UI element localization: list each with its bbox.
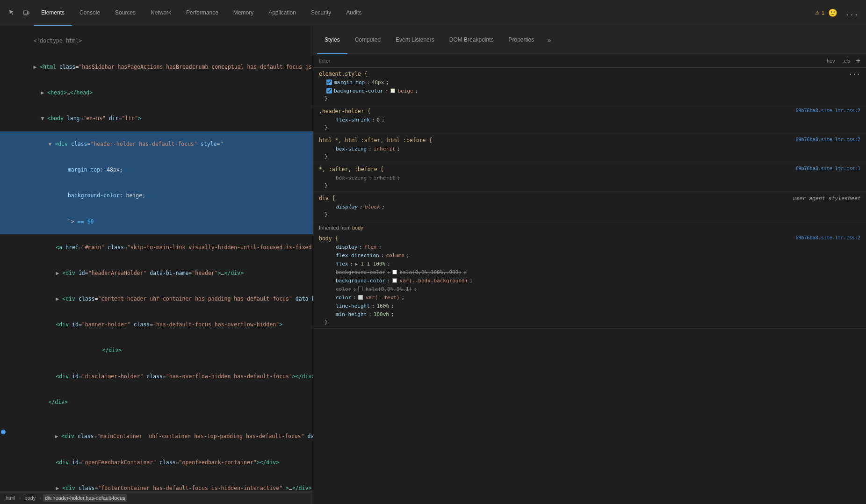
box-sizing-strike-value: inherit [374, 175, 395, 181]
warning-count: 1 [822, 10, 824, 16]
head-line[interactable]: ▶ <head>…</head> [0, 79, 313, 105]
text-swatch[interactable] [358, 295, 363, 300]
element-style-section: element.style { ··· margin-top : 48px ; … [313, 68, 866, 105]
content-header-line[interactable]: ▶ <div class="content-header uhf-contain… [0, 286, 313, 312]
tab-network[interactable]: Network [143, 0, 179, 26]
banner-holder-line[interactable]: <div id="banner-holder" class="has-defau… [0, 312, 313, 338]
feedback-icon[interactable]: 🙂 [828, 8, 837, 17]
tab-application[interactable]: Application [261, 0, 303, 26]
tab-properties[interactable]: Properties [501, 26, 541, 54]
html-universal-rule: html *, html :after, html :before { 69b7… [313, 134, 866, 163]
tab-performance[interactable]: Performance [179, 0, 226, 26]
color-var-value: var(--text) [366, 295, 400, 301]
bg-color-var-value: var(--body-background) [400, 278, 468, 284]
right-tab-more-icon[interactable]: » [543, 36, 555, 44]
breadcrumb-bar: html › body › div.header-holder.has-defa… [0, 491, 313, 504]
body-source-link[interactable]: 69b76ba8.site-ltr.css:2 [796, 235, 860, 240]
beige-swatch[interactable] [390, 88, 395, 93]
disclaimer-holder-line[interactable]: <div id="disclaimer-holder" class="has-o… [0, 363, 313, 389]
bg-color-strike-prop: background-color [336, 269, 385, 275]
margin-top-value: 48px [372, 79, 384, 86]
box-sizing-inherit-value: inherit [374, 146, 395, 152]
white-swatch-2[interactable] [392, 278, 397, 283]
line-height-prop: line-height [336, 303, 370, 309]
feedback-container-line[interactable]: <div id="openFeedbackContainer" class="o… [0, 449, 313, 475]
bg-color-strike-row: background-color : hsla(0,0%,100%,.999) … [319, 268, 860, 276]
box-sizing-strike-prop: box-sizing [336, 175, 367, 181]
add-style-rule-button[interactable]: + [856, 57, 860, 65]
tab-console[interactable]: Console [72, 0, 108, 26]
bg-color-var-prop: background-color [336, 278, 385, 284]
white-swatch-1[interactable] [392, 270, 397, 274]
universal-section: *, :after, :before { 69b76ba8.site-ltr.c… [313, 163, 866, 192]
breadcrumb-html[interactable]: html [4, 494, 17, 502]
dark-swatch[interactable] [358, 287, 363, 291]
header-holder-source-link[interactable]: 69b76ba8.site-ltr.css:2 [796, 108, 860, 113]
user-agent-label: user agent stylesheet [793, 195, 860, 202]
cls-button[interactable]: .cls [841, 57, 852, 65]
tab-styles[interactable]: Styles [317, 26, 347, 54]
flex-triangle[interactable]: ▶ [355, 261, 358, 266]
right-panel: Styles Computed Event Listeners DOM Brea… [313, 26, 866, 504]
breadcrumb-current[interactable]: div.header-holder.has-default-focus [43, 494, 127, 502]
cursor-icon[interactable] [4, 6, 19, 21]
tab-memory[interactable]: Memory [226, 0, 261, 26]
svg-rect-0 [23, 11, 28, 14]
styles-panel[interactable]: :hov .cls + element.style { ··· margin-t… [313, 54, 866, 504]
style-close-line: "> == $0 [0, 209, 313, 234]
display-block-value: block [364, 204, 380, 210]
filter-input[interactable] [319, 58, 820, 64]
skip-link-line[interactable]: <a href="#main" class="skip-to-main-link… [0, 234, 313, 260]
line-height-value: 160% [376, 303, 389, 309]
box-sizing-inherit-prop: box-sizing [336, 146, 367, 152]
color-var-prop: color [336, 295, 351, 301]
flex-shrink-value: 0 [376, 117, 380, 123]
tab-sources[interactable]: Sources [108, 0, 143, 26]
html-tree[interactable]: <!doctype html> ▶ <html class="hasSideba… [0, 26, 313, 491]
tab-audits[interactable]: Audits [339, 0, 369, 26]
top-tab-bar: Elements Console Sources Network Perform… [0, 0, 866, 26]
body-close: } [319, 318, 860, 325]
body-section: body { 69b76ba8.site-ltr.css:2 display :… [313, 232, 866, 329]
universal-close: } [319, 182, 860, 189]
html-universal-section: html *, html :after, html :before { 69b7… [313, 134, 866, 163]
header-holder-line[interactable]: ▼ <div class="header-holder has-default-… [0, 131, 313, 157]
display-block-row: display : block ; [319, 202, 860, 211]
tab-event-listeners[interactable]: Event Listeners [388, 26, 442, 54]
tab-elements[interactable]: Elements [34, 0, 72, 26]
flex-row: flex : ▶ 1 1 100% ; [319, 259, 860, 268]
main-container-line[interactable]: ▶ <div class="mainContainer uhf-containe… [0, 415, 313, 450]
background-color-row: background-color : beige ; [319, 86, 860, 95]
hov-button[interactable]: :hov [823, 57, 837, 65]
warning-icon: ⚠ [815, 10, 820, 16]
header-holder-selector: .header-holder { 69b76ba8.site-ltr.css:2 [319, 108, 860, 115]
rule-dots-icon[interactable]: ··· [849, 71, 860, 78]
html-universal-close: } [319, 153, 860, 160]
margin-top-checkbox[interactable] [326, 79, 332, 85]
tab-dom-breakpoints[interactable]: DOM Breakpoints [442, 26, 501, 54]
breadcrumb-body[interactable]: body [22, 494, 37, 502]
device-icon[interactable] [19, 6, 34, 21]
margin-top-prop: margin-top [334, 79, 365, 86]
more-options-icon[interactable]: ... [841, 7, 862, 19]
background-color-checkbox[interactable] [326, 88, 332, 94]
footer-container-line[interactable]: ▶ <div class="footerContainer has-defaul… [0, 475, 313, 491]
flex-direction-row: flex-direction : column ; [319, 251, 860, 259]
flex-direction-value: column [386, 252, 404, 259]
body-line[interactable]: ▼ <body lang="en-us" dir="ltr"> [0, 106, 313, 131]
elements-panel: <!doctype html> ▶ <html class="hasSideba… [0, 26, 313, 504]
div-close-line2: </div> [0, 389, 313, 415]
header-holder-close: } [319, 124, 860, 131]
tab-computed[interactable]: Computed [347, 26, 388, 54]
html-universal-selector: html *, html :after, html :before { 69b7… [319, 137, 860, 144]
html-universal-source-link[interactable]: 69b76ba8.site-ltr.css:2 [796, 137, 860, 142]
html-tag-line[interactable]: ▶ <html class="hasSidebar hasPageActions… [0, 54, 313, 79]
min-height-prop: min-height [336, 311, 367, 317]
header-area-line[interactable]: ▶ <div id="headerAreaHolder" data-bi-nam… [0, 260, 313, 286]
flex-shrink-prop: flex-shrink [336, 117, 370, 123]
style-bg-line: background-color: beige; [0, 183, 313, 209]
universal-source-link[interactable]: 69b76ba8.site-ltr.css:1 [796, 166, 860, 171]
tab-security[interactable]: Security [303, 0, 339, 26]
header-holder-rule: .header-holder { 69b76ba8.site-ltr.css:2… [313, 105, 866, 134]
warning-badge[interactable]: ⚠ 1 [815, 10, 824, 16]
